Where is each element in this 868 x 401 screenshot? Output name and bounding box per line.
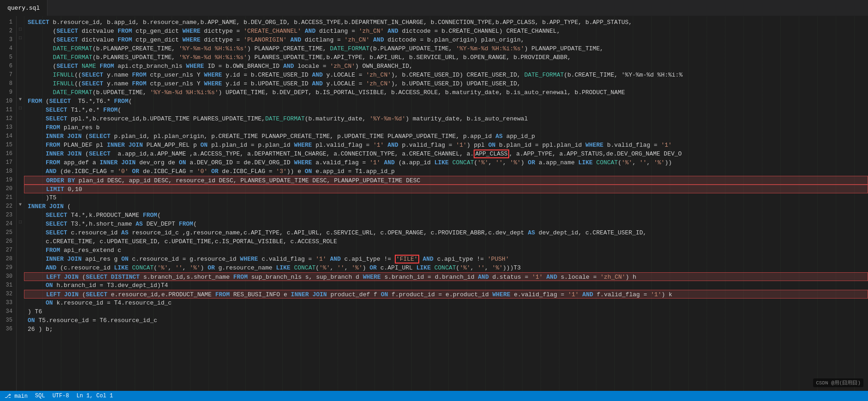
fold-marker — [17, 297, 24, 305]
language-indicator[interactable]: SQL — [35, 393, 45, 399]
code-line: SELECT T3.*,h.short_name AS DEV_DEPT FRO… — [24, 220, 868, 228]
fold-marker — [17, 262, 24, 270]
line-number: 10 — [2, 97, 12, 106]
line-number: 36 — [2, 325, 12, 334]
fold-marker — [17, 305, 24, 314]
fold-marker — [17, 78, 24, 86]
line-number: 4 — [2, 44, 12, 53]
code-area: 1234567891011121314151617181920212223242… — [0, 16, 868, 391]
editor-container: query.sql 123456789101112131415161718192… — [0, 0, 868, 401]
fold-marker — [17, 288, 24, 297]
git-branch: ⎇ main — [5, 393, 28, 400]
fold-marker — [17, 60, 24, 69]
code-line: (SELECT dictvalue FROM ctp_gen_dict WHER… — [24, 36, 868, 44]
line-number: 33 — [2, 299, 12, 307]
line-number: 8 — [2, 79, 12, 88]
line-number: 16 — [2, 150, 12, 158]
code-line: ) T6 — [24, 307, 868, 316]
line-number: 35 — [2, 316, 12, 325]
code-line: FROM plan_res b — [24, 123, 868, 132]
line-number: 18 — [2, 167, 12, 176]
line-number: 24 — [2, 220, 12, 228]
fold-marker — [17, 244, 24, 253]
fold-marker — [17, 270, 24, 279]
code-line: LEFT JOIN (SELECT e.resource_id,e.PRODUC… — [24, 290, 868, 299]
code-line: SELECT T4.*,k.PRODUCT_NAME FROM( — [24, 211, 868, 220]
line-numbers: 1234567891011121314151617181920212223242… — [0, 16, 17, 391]
code-line: DATE_FORMAT(b.PLANRES_UPDATE_TIME, '%Y-%… — [24, 53, 868, 62]
code-line: SELECT b.resource_id, b.app_id, b.resour… — [24, 18, 868, 27]
status-bar: ⎇ main SQL UTF-8 Ln 1, Col 1 — [0, 391, 868, 401]
code-line: ON k.resource_id = T4.resource_id_c — [24, 299, 868, 307]
line-number: 12 — [2, 114, 12, 123]
code-line: SELECT T1.*,e.* FROM( — [24, 106, 868, 114]
fold-marker[interactable]: □ — [17, 34, 24, 42]
active-tab[interactable]: query.sql — [0, 0, 48, 16]
line-number: 29 — [2, 263, 12, 272]
fold-marker — [17, 121, 24, 130]
code-line: FROM PLAN_DEF pl INNER JOIN PLAN_APP_REL… — [24, 141, 868, 150]
fold-marker — [17, 156, 24, 165]
code-line: AND (de.ICBC_FLAG = '0' OR de.ICBC_FLAG … — [24, 167, 868, 176]
line-number: 27 — [2, 246, 12, 255]
code-line: ON T5.resource_id = T6.resource_id_c — [24, 316, 868, 325]
code-line: LEFT JOIN (SELECT DISTINCT s.branch_id,s… — [24, 272, 868, 281]
line-number: 20 — [2, 185, 12, 193]
fold-marker — [17, 314, 24, 323]
fold-marker — [17, 209, 24, 218]
fold-gutter: □□▼□▼□ — [17, 16, 24, 391]
fold-marker — [17, 279, 24, 288]
code-line: DATE_FORMAT(b.PLANAPP_CREATE_TIME, '%Y-%… — [24, 44, 868, 53]
code-line: FROM app_def a INNER JOIN dev_org de ON … — [24, 158, 868, 167]
fold-marker[interactable]: ▼ — [17, 95, 24, 104]
encoding-indicator[interactable]: UTF-8 — [53, 393, 69, 399]
fold-marker[interactable]: □ — [17, 25, 24, 34]
tab-bar: query.sql — [0, 0, 868, 16]
fold-marker — [17, 165, 24, 174]
fold-marker — [17, 130, 24, 139]
line-number: 22 — [2, 202, 12, 211]
fold-marker[interactable]: □ — [17, 218, 24, 227]
code-line: IFNULL((SELECT y.name FROM ctp_user_nls … — [24, 79, 868, 88]
fold-marker — [17, 253, 24, 262]
fold-marker — [17, 113, 24, 121]
line-number: 14 — [2, 132, 12, 141]
fold-marker — [17, 42, 24, 51]
line-number: 2 — [2, 27, 12, 36]
code-line: DATE_FORMAT(b.UPDATE_TIME, '%Y-%m-%d %H:… — [24, 88, 868, 97]
line-number: 1 — [2, 18, 12, 27]
code-line: (SELECT dictvalue FROM ctp_gen_dict WHER… — [24, 27, 868, 36]
line-number: 26 — [2, 237, 12, 246]
fold-marker — [17, 323, 24, 332]
code-line: ON h.branch_id = T3.dev_dept_id)T4 — [24, 281, 868, 290]
line-number: 23 — [2, 211, 12, 220]
line-number: 21 — [2, 193, 12, 202]
fold-marker — [17, 51, 24, 60]
fold-marker — [17, 16, 24, 25]
line-number: 17 — [2, 158, 12, 167]
fold-marker — [17, 174, 24, 183]
code-line: (SELECT NAME FROM api.ctp_branch_nls WHE… — [24, 62, 868, 71]
code-line: IFNULL((SELECT y.name FROM ctp_user_nls … — [24, 71, 868, 79]
fold-marker[interactable]: □ — [17, 104, 24, 113]
fold-marker — [17, 139, 24, 148]
fold-marker[interactable]: ▼ — [17, 200, 24, 209]
code-line: LIMIT 0,10 — [24, 185, 868, 193]
code-line: c.CREATE_TIME, c.UPDATE_USER_ID, c.UPDAT… — [24, 237, 868, 246]
line-number: 15 — [2, 141, 12, 150]
fold-marker — [17, 227, 24, 235]
line-number: 6 — [2, 62, 12, 71]
line-col-indicator: Ln 1, Col 1 — [77, 393, 113, 399]
code-line: 26 ) b; — [24, 325, 868, 334]
fold-marker — [17, 192, 24, 200]
fold-marker — [17, 148, 24, 156]
code-line: AND (c.resource_id LIKE CONCAT('%', '', … — [24, 263, 868, 272]
code-line: INNER JOIN ( — [24, 202, 868, 211]
code-line: )T5 — [24, 193, 868, 202]
line-number: 25 — [2, 228, 12, 237]
fold-marker — [17, 183, 24, 192]
line-number: 13 — [2, 123, 12, 132]
code-content[interactable]: SELECT b.resource_id, b.app_id, b.resour… — [24, 16, 868, 391]
code-line: INNER JOIN api_res g ON c.resource_id = … — [24, 255, 868, 263]
line-number: 7 — [2, 71, 12, 79]
